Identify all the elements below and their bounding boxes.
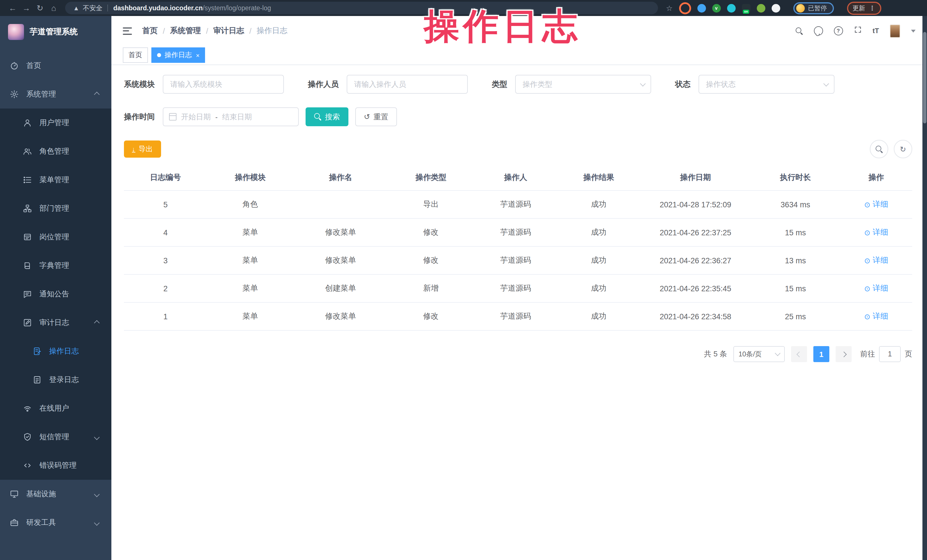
extension-leaf-icon[interactable]	[757, 4, 765, 12]
extension-pin-icon[interactable]	[697, 4, 706, 12]
sidebar-item-infra[interactable]: 基础设施	[0, 480, 111, 508]
warning-icon: ▲	[73, 5, 79, 11]
type-select[interactable]: 操作类型	[515, 75, 651, 94]
sidebar-item-label: 审计日志	[40, 317, 69, 328]
eye-icon: ⊙	[864, 256, 871, 265]
detail-link[interactable]: ⊙详细	[864, 255, 888, 266]
browser-toolbar: ← → ↻ ⌂ ▲ 不安全 dashboard.yudao.iocoder.cn…	[0, 0, 927, 16]
date-range-picker[interactable]: 开始日期 - 结束日期	[163, 107, 299, 126]
pagination: 共 5 条 10条/页 1 前往 页	[124, 346, 912, 362]
search-icon[interactable]	[795, 27, 803, 35]
chevron-left-icon	[796, 351, 802, 357]
security-label[interactable]: 不安全	[83, 4, 103, 12]
table-row: 1菜单修改菜单修改芋道源码成功2021-04-26 22:34:5825 ms⊙…	[124, 302, 912, 331]
reset-button[interactable]: ↺ 重置	[355, 107, 397, 126]
type-label: 类型	[492, 79, 507, 90]
sidebar-logo[interactable]: 芋道管理系统	[0, 16, 111, 48]
filter-row-1: 系统模块 操作人员 类型 操作类型	[124, 75, 912, 94]
detail-link[interactable]: ⊙详细	[864, 227, 888, 238]
sidebar-item-sms[interactable]: 短信管理	[0, 423, 111, 451]
breadcrumb-item[interactable]: 审计日志	[213, 26, 244, 36]
sidebar-item-devtool[interactable]: 研发工具	[0, 508, 111, 537]
sidebar-item-notice[interactable]: 通知公告	[0, 280, 111, 308]
eye-icon: ⊙	[864, 312, 871, 321]
table-cell: 芋道源码	[474, 190, 557, 219]
tab-operate-log[interactable]: 操作日志×	[151, 47, 205, 63]
sidebar-item-user[interactable]: 用户管理	[0, 109, 111, 137]
prev-page-button[interactable]	[791, 346, 807, 362]
sidebar-item-operate-log[interactable]: 操作日志	[0, 337, 111, 366]
detail-link[interactable]: ⊙详细	[864, 199, 888, 209]
page-scrollbar[interactable]	[922, 16, 927, 560]
next-page-button[interactable]	[836, 346, 852, 362]
tag-tabs-bar: 首页操作日志×	[111, 46, 927, 65]
sidebar-item-audit[interactable]: 审计日志	[0, 308, 111, 337]
close-icon[interactable]: ×	[196, 52, 200, 59]
search-button[interactable]: 搜索	[305, 107, 348, 126]
sidebar-item-post[interactable]: 岗位管理	[0, 223, 111, 251]
table-cell: 15 ms	[751, 219, 840, 246]
status-select[interactable]: 操作状态	[699, 75, 834, 94]
table-cell: 创建菜单	[293, 275, 388, 302]
table-cell: 芋道源码	[474, 275, 557, 302]
chevron-down-icon	[775, 351, 781, 356]
profile-paused-badge[interactable]: 已暂停	[793, 2, 834, 14]
sidebar-item-online[interactable]: 在线用户	[0, 394, 111, 423]
scrollbar-thumb[interactable]	[923, 32, 926, 123]
goto-page-input[interactable]	[879, 346, 901, 362]
refresh-table-button[interactable]: ↻	[894, 140, 912, 158]
monitor-icon	[10, 489, 19, 499]
sidebar-item-dict[interactable]: 字典管理	[0, 251, 111, 280]
home-icon[interactable]: ⌂	[47, 0, 61, 16]
table-cell: 4	[124, 219, 207, 246]
sidebar-item-login-log[interactable]: 登录日志	[0, 366, 111, 394]
table-cell: 成功	[557, 190, 640, 219]
collapse-sidebar-icon[interactable]	[123, 27, 132, 35]
eye-icon: ⊙	[864, 228, 871, 237]
page-1-button[interactable]: 1	[813, 346, 829, 362]
chevron-down-icon[interactable]	[911, 29, 916, 32]
extension-v-icon[interactable]: v	[712, 4, 720, 12]
export-button[interactable]: ↓ 导出	[124, 141, 161, 158]
sidebar-item-role[interactable]: 角色管理	[0, 137, 111, 165]
extension-switch-icon[interactable]: on	[742, 4, 750, 12]
extensions-puzzle-icon[interactable]	[771, 4, 780, 12]
sidebar-item-system[interactable]: 系统管理	[0, 80, 111, 109]
breadcrumb-item[interactable]: 首页	[142, 26, 158, 36]
extension-ring-icon[interactable]	[679, 2, 691, 14]
page-size-select[interactable]: 10条/页	[733, 346, 785, 362]
browser-menu-icon[interactable]: ⋮	[869, 4, 875, 12]
sidebar-item-errcode[interactable]: 错误码管理	[0, 451, 111, 480]
search-icon	[314, 113, 322, 120]
sidebar-item-dept[interactable]: 部门管理	[0, 194, 111, 223]
table-row: 4菜单修改菜单修改芋道源码成功2021-04-26 22:37:2515 ms⊙…	[124, 219, 912, 246]
extension-gem-icon[interactable]	[727, 4, 736, 12]
detail-link[interactable]: ⊙详细	[864, 283, 888, 294]
forward-icon[interactable]: →	[20, 0, 33, 16]
sidebar-item-home[interactable]: 首页	[0, 52, 111, 80]
breadcrumb-item[interactable]: 系统管理	[170, 26, 201, 36]
help-icon[interactable]: ?	[834, 26, 843, 35]
menu-icon	[23, 175, 32, 185]
address-bar[interactable]: ▲ 不安全 dashboard.yudao.iocoder.cn/system/…	[65, 2, 658, 14]
user-avatar[interactable]	[890, 24, 900, 37]
sidebar-item-menu[interactable]: 菜单管理	[0, 165, 111, 194]
back-icon[interactable]: ←	[6, 0, 20, 16]
breadcrumb-item: 操作日志	[257, 26, 287, 36]
operator-input[interactable]	[347, 75, 468, 94]
column-header: 操作日期	[640, 165, 751, 190]
module-input[interactable]	[163, 75, 284, 94]
table-cell: 2	[124, 275, 207, 302]
font-size-icon[interactable]: tT	[872, 27, 879, 35]
detail-link[interactable]: ⊙详细	[864, 311, 888, 322]
filter-time: 操作时间 开始日期 - 结束日期	[124, 107, 299, 126]
tab-home[interactable]: 首页	[123, 47, 148, 63]
bookmark-star-icon[interactable]: ☆	[666, 4, 673, 12]
chevron-right-icon	[841, 351, 846, 357]
reload-icon[interactable]: ↻	[33, 0, 47, 16]
fullscreen-icon[interactable]	[854, 26, 862, 36]
users-icon	[23, 147, 32, 156]
show-search-button[interactable]	[870, 140, 888, 158]
update-button[interactable]: 更新⋮	[847, 2, 881, 15]
github-icon[interactable]	[814, 26, 823, 35]
